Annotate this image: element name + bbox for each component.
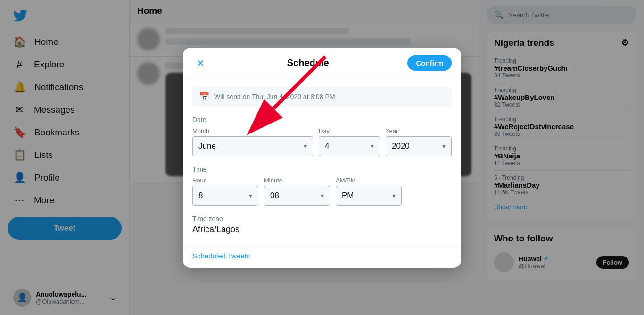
modal-close-button[interactable]: ✕ bbox=[192, 55, 208, 71]
hour-group: Hour 8 ▾ bbox=[192, 177, 258, 206]
month-select[interactable]: June ▾ bbox=[192, 136, 313, 156]
time-row: Hour 8 ▾ Minute 08 ▾ AM/PM PM bbox=[192, 177, 452, 206]
day-group: Day 4 ▾ bbox=[319, 127, 380, 156]
ampm-select[interactable]: PM ▾ bbox=[336, 186, 402, 206]
hour-label: Hour bbox=[192, 177, 258, 184]
chevron-down-icon: ▾ bbox=[304, 142, 307, 150]
year-group: Year 2020 ▾ bbox=[386, 127, 452, 156]
calendar-icon: 📅 bbox=[199, 91, 209, 102]
modal-title: Schedule bbox=[287, 58, 329, 68]
year-value: 2020 bbox=[392, 141, 410, 151]
minute-group: Minute 08 ▾ bbox=[264, 177, 330, 206]
minute-select[interactable]: 08 ▾ bbox=[264, 186, 330, 206]
date-label: Date bbox=[192, 116, 452, 124]
modal-confirm-button[interactable]: Confirm bbox=[407, 55, 452, 71]
day-value: 4 bbox=[325, 141, 329, 151]
month-label: Month bbox=[192, 127, 313, 134]
chevron-down-icon: ▾ bbox=[392, 192, 396, 199]
schedule-modal: ✕ Schedule Confirm 📅 Will send on Thu, J… bbox=[183, 48, 461, 268]
hour-select[interactable]: 8 ▾ bbox=[192, 186, 258, 206]
hour-value: 8 bbox=[198, 191, 203, 200]
chevron-down-icon: ▾ bbox=[442, 142, 446, 150]
minute-value: 08 bbox=[270, 191, 279, 200]
ampm-value: PM bbox=[342, 191, 354, 200]
timezone-value: Africa/Lagos bbox=[192, 224, 452, 234]
modal-overlay: ✕ Schedule Confirm 📅 Will send on Thu, J… bbox=[0, 0, 644, 315]
month-value: June bbox=[198, 141, 216, 151]
timezone-section: Time zone Africa/Lagos bbox=[192, 215, 452, 234]
send-info-text: Will send on Thu, Jun 4, 2020 at 8:08 PM bbox=[214, 93, 335, 100]
day-label: Day bbox=[319, 127, 380, 134]
timezone-label: Time zone bbox=[192, 215, 452, 223]
ampm-group: AM/PM PM ▾ bbox=[336, 177, 402, 206]
minute-label: Minute bbox=[264, 177, 330, 184]
scheduled-tweets-link[interactable]: Scheduled Tweets bbox=[192, 252, 250, 260]
ampm-label: AM/PM bbox=[336, 177, 402, 184]
year-label: Year bbox=[386, 127, 452, 134]
chevron-down-icon: ▾ bbox=[371, 142, 374, 150]
day-select[interactable]: 4 ▾ bbox=[319, 136, 380, 156]
send-info: 📅 Will send on Thu, Jun 4, 2020 at 8:08 … bbox=[192, 87, 452, 107]
month-group: Month June ▾ bbox=[192, 127, 313, 156]
date-row: Month June ▾ Day 4 ▾ Year 202 bbox=[192, 127, 452, 156]
time-label: Time bbox=[192, 166, 452, 173]
chevron-down-icon: ▾ bbox=[249, 192, 252, 199]
chevron-down-icon: ▾ bbox=[321, 192, 324, 199]
modal-footer: Scheduled Tweets bbox=[183, 246, 461, 268]
modal-body: 📅 Will send on Thu, Jun 4, 2020 at 8:08 … bbox=[183, 79, 461, 242]
modal-header: ✕ Schedule Confirm bbox=[183, 48, 461, 79]
year-select[interactable]: 2020 ▾ bbox=[386, 136, 452, 156]
